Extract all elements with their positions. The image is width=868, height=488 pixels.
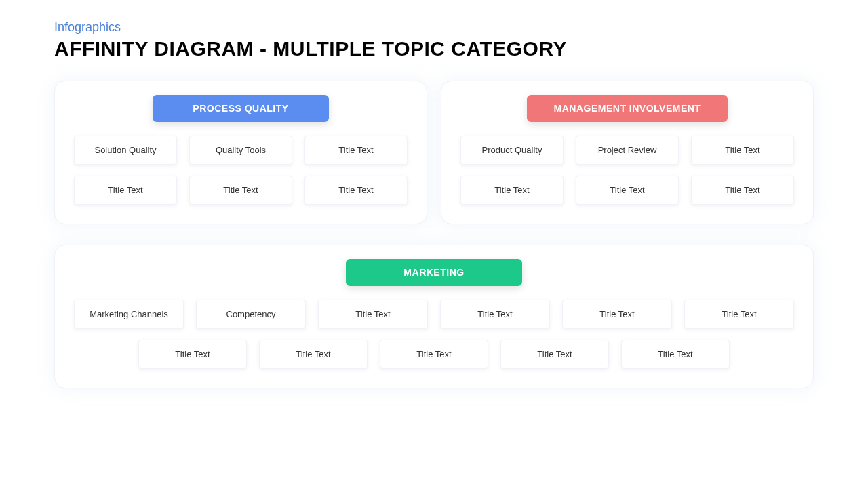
item-card: Title Text [460, 176, 564, 205]
category-header-process-quality: PROCESS QUALITY [153, 95, 329, 122]
item-card: Title Text [318, 300, 428, 329]
item-card: Title Text [691, 136, 794, 165]
category-header-marketing: MARKETING [346, 259, 522, 286]
item-card: Title Text [74, 176, 177, 205]
item-card: Title Text [304, 136, 408, 165]
item-card: Title Text [380, 340, 488, 369]
items-grid-management-involvement: Product Quality Project Review Title Tex… [460, 136, 794, 205]
item-card: Title Text [500, 340, 609, 369]
items-grid-process-quality: Solution Quality Quality Tools Title Tex… [74, 136, 408, 205]
item-card: Competency [196, 300, 306, 329]
category-header-management-involvement: MANAGEMENT INVOLVEMENT [527, 95, 728, 122]
item-card: Quality Tools [189, 136, 292, 165]
items-grid-marketing-row2: Title Text Title Text Title Text Title T… [74, 340, 794, 369]
header-subtitle: Infographics [54, 20, 814, 35]
item-card: Product Quality [460, 136, 564, 165]
item-card: Title Text [684, 300, 794, 329]
category-panel-management-involvement: MANAGEMENT INVOLVEMENT Product Quality P… [441, 81, 814, 224]
item-card: Project Review [576, 136, 679, 165]
item-card: Title Text [621, 340, 730, 369]
item-card: Title Text [138, 340, 247, 369]
header-title: AFFINITY DIAGRAM - MULTIPLE TOPIC CATEGO… [54, 37, 814, 60]
item-card: Title Text [562, 300, 672, 329]
items-grid-marketing-row1: Marketing Channels Competency Title Text… [74, 300, 794, 329]
item-card: Title Text [691, 176, 794, 205]
item-card: Title Text [304, 176, 408, 205]
category-panel-marketing: MARKETING Marketing Channels Competency … [54, 245, 814, 388]
page-header: Infographics AFFINITY DIAGRAM - MULTIPLE… [54, 20, 814, 60]
category-panel-process-quality: PROCESS QUALITY Solution Quality Quality… [54, 81, 427, 224]
item-card: Marketing Channels [74, 300, 184, 329]
item-card: Title Text [576, 176, 679, 205]
item-card: Solution Quality [74, 136, 177, 165]
top-category-row: PROCESS QUALITY Solution Quality Quality… [54, 81, 814, 224]
item-card: Title Text [189, 176, 292, 205]
item-card: Title Text [440, 300, 550, 329]
item-card: Title Text [259, 340, 368, 369]
